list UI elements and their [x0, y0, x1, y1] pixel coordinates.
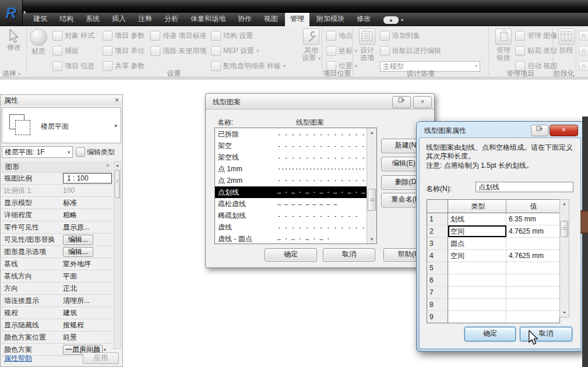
segment-row-8[interactable]: 8: [427, 299, 559, 311]
property-row-underlay-orientation[interactable]: 基线方向平面: [2, 270, 112, 283]
project-location-panel-label[interactable]: 项目位置: [322, 69, 353, 77]
list-scroll-up-icon[interactable]: ▴: [367, 128, 376, 137]
materials-button[interactable]: 材质: [26, 29, 51, 55]
property-row-vg-overrides[interactable]: 可见性/图形替换编辑...: [2, 234, 112, 246]
tab-view[interactable]: 视图: [259, 12, 283, 26]
manage-project-panel-label[interactable]: 管理项目: [488, 69, 552, 77]
decal-types-button[interactable]: 贴花 类型: [515, 46, 557, 56]
pattern-properties-close-icon[interactable]: ×: [550, 125, 578, 136]
instance-select[interactable]: 楼层平面: 1F▾: [2, 146, 73, 158]
purge-unused-button[interactable]: 清除 未使用项: [150, 46, 206, 56]
app-menu-arrow-icon[interactable]: ▾: [23, 9, 26, 15]
segment-row-6[interactable]: 6: [427, 274, 559, 287]
project-units-button[interactable]: 项目 单位: [103, 46, 145, 56]
segment-row-9[interactable]: 9: [427, 311, 559, 323]
properties-close-icon[interactable]: ×: [115, 96, 119, 104]
transfer-project-standards-button[interactable]: 传递 项目标准: [150, 31, 206, 41]
list-item-dash-round-dot[interactable]: 虚线 - 圆点— · — · — · — ·: [215, 233, 376, 244]
tab-massing-site[interactable]: 体量和场地: [185, 12, 231, 26]
tab-collaborate[interactable]: 协作: [233, 12, 257, 26]
segment-row-5[interactable]: 5: [427, 262, 559, 274]
list-item-sparse-dash[interactable]: 稀疏划线- - - - - - - - - - - -: [215, 210, 376, 221]
properties-help-link[interactable]: 属性帮助: [4, 354, 32, 364]
tab-annotate[interactable]: 注释: [133, 12, 157, 26]
table-scrollbar[interactable]: ▴ ▾: [559, 199, 569, 317]
pick-to-edit-button[interactable]: 拾取以进行编辑: [380, 46, 441, 56]
color-scheme-dropdown-icon[interactable]: ▾: [104, 347, 106, 352]
type-selector[interactable]: 楼层平面 ▾: [2, 107, 121, 143]
graphics-section-header[interactable]: 图形 ^: [2, 161, 112, 172]
settings-panel-label[interactable]: 设置: [26, 69, 322, 77]
list-scroll-down-icon[interactable]: ▾: [367, 235, 376, 244]
segment-row-4[interactable]: 4空间4.7625 mm: [427, 250, 559, 262]
graphic-display-edit-button[interactable]: 编辑...: [63, 247, 93, 257]
pattern-properties-help-icon[interactable]: [531, 125, 548, 136]
phasing-panel-label[interactable]: 阶段化: [552, 69, 576, 77]
property-row-color-scheme-location[interactable]: 颜色方案位置前景: [2, 331, 112, 344]
app-logo-button[interactable]: R: [0, 0, 23, 26]
pattern-properties-ok-button[interactable]: 确定: [464, 327, 516, 341]
design-options-panel-label[interactable]: 设计选项: [353, 69, 488, 77]
tab-structure[interactable]: 结构: [54, 12, 79, 26]
list-item-dot-2mm[interactable]: 点 2mm· · · · · · · · · · · · · · · · · ·…: [215, 175, 376, 186]
mep-settings-button[interactable]: MEP 设置 ▾: [211, 46, 259, 56]
segment-row-3[interactable]: 3圆点: [427, 238, 559, 250]
properties-scrollbar[interactable]: ▴: [114, 161, 121, 349]
list-item-overhead[interactable]: 架空- - - - - - - - - - - - - - - - - - - …: [215, 140, 376, 151]
select-tool-button-3[interactable]: A: [579, 61, 588, 71]
segment-row-7[interactable]: 7: [427, 287, 559, 299]
collapse-section-icon[interactable]: ^: [106, 164, 109, 170]
tab-architecture[interactable]: 建筑: [28, 12, 52, 26]
project-parameters-button[interactable]: 项目 参数: [103, 31, 145, 41]
tab-manage[interactable]: 管理: [285, 12, 309, 26]
manage-links-button[interactable]: 管理 链接: [491, 29, 516, 62]
list-scrollbar-thumb[interactable]: [368, 189, 376, 211]
edit-type-button[interactable]: 编辑类型: [75, 146, 121, 158]
tab-insert[interactable]: 插入: [107, 12, 131, 26]
properties-scroll-up-icon[interactable]: ▴: [114, 162, 121, 169]
tab-systems[interactable]: 系统: [80, 12, 105, 26]
vg-edit-button[interactable]: 编辑...: [63, 235, 93, 245]
table-scroll-up-icon[interactable]: ▴: [560, 200, 569, 208]
property-row-underlay[interactable]: 基线室外地坪: [2, 258, 112, 270]
segment-row-2[interactable]: 2空间4.7625 mm: [427, 225, 559, 238]
list-item-dashed[interactable]: 虚线- - - - - - - - - - - - - - - -: [215, 221, 376, 233]
list-item-demolished[interactable]: 已拆除- - - - - - - - - - - - - - - - - - -…: [215, 128, 376, 140]
property-row-wall-join-display[interactable]: 墙连接显示清理所...: [2, 295, 112, 307]
apply-button[interactable]: 应用: [83, 352, 119, 364]
property-row-parts-visibility[interactable]: 零件可见性显示原...: [2, 221, 112, 234]
object-styles-button[interactable]: 对象 样式: [52, 31, 94, 41]
dialog-close-icon[interactable]: ×: [413, 96, 432, 108]
structural-settings-button[interactable]: 结构 设置: [211, 31, 253, 41]
tab-modify[interactable]: 修改: [351, 12, 376, 26]
property-row-show-hidden-lines[interactable]: 显示隐藏线按规程: [2, 319, 112, 331]
property-row-detail-level[interactable]: 详细程度粗略: [2, 209, 112, 221]
select-panel-label[interactable]: 选择 ▾: [0, 69, 28, 77]
list-item-dot-1mm[interactable]: 点 1mm···································…: [215, 163, 376, 175]
line-patterns-ok-button[interactable]: 确定: [265, 248, 317, 262]
tab-analyze[interactable]: 分析: [159, 12, 184, 26]
property-row-view-scale[interactable]: 视图比例1 : 100: [2, 172, 112, 185]
property-row-graphic-display[interactable]: 图形显示选项编辑...: [2, 246, 112, 258]
location-button[interactable]: 地点: [326, 31, 353, 41]
ribbon-minimize-dropdown-icon[interactable]: ▾: [401, 17, 403, 23]
add-to-set-button[interactable]: 添加到集: [380, 31, 420, 41]
type-selector-dropdown-icon[interactable]: ▾: [114, 123, 117, 129]
property-row-discipline[interactable]: 规程建筑: [2, 307, 112, 319]
list-item-dash-dot-selected[interactable]: 点划线— · — · — · — · — · — · — ·: [215, 186, 376, 198]
property-row-display-model[interactable]: 显示模型标准: [2, 197, 112, 209]
ribbon-minimize-icon[interactable]: ▲: [383, 16, 399, 24]
design-options-button[interactable]: 设计 选项: [354, 29, 380, 62]
property-row-orientation[interactable]: 方向正北: [2, 283, 112, 295]
line-pattern-list[interactable]: 已拆除- - - - - - - - - - - - - - - - - - -…: [214, 128, 377, 244]
select-tool-button-2[interactable]: A: [579, 46, 588, 56]
list-scrollbar[interactable]: ▴ ▾: [367, 128, 376, 244]
pattern-name-input[interactable]: [476, 182, 573, 192]
tab-addins[interactable]: 附加模块: [311, 12, 350, 26]
snaps-button[interactable]: 捕捉: [52, 46, 79, 56]
table-scrollbar-thumb[interactable]: [561, 221, 568, 237]
properties-scrollbar-thumb[interactable]: [115, 170, 120, 198]
view-scale-input[interactable]: 1 : 100: [63, 173, 112, 184]
additional-settings-button[interactable]: 其他 设置 ▾: [298, 29, 324, 62]
line-patterns-cancel-button[interactable]: 取消: [323, 248, 375, 262]
